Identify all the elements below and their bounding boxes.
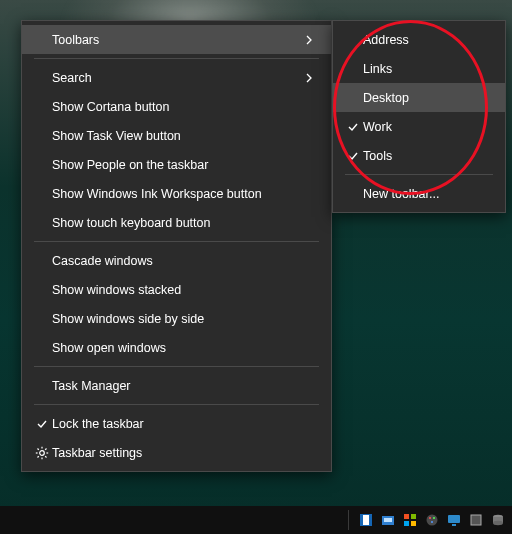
svg-rect-22 (452, 524, 456, 526)
submenu-item-tools[interactable]: Tools (333, 141, 505, 170)
taskbar-context-menu: Toolbars Search Show Cortana button Show… (21, 20, 332, 472)
submenu-item-links[interactable]: Links (333, 54, 505, 83)
svg-point-20 (431, 521, 433, 523)
svg-point-18 (429, 517, 431, 519)
menu-separator (34, 366, 319, 367)
svg-point-19 (433, 517, 435, 519)
menu-item-show-people[interactable]: Show People on the taskbar (22, 150, 331, 179)
svg-rect-15 (404, 521, 409, 526)
svg-rect-12 (384, 518, 392, 522)
menu-label: New toolbar... (363, 187, 493, 201)
menu-label: Show Windows Ink Workspace button (52, 187, 319, 201)
menu-separator (34, 404, 319, 405)
menu-label: Lock the taskbar (52, 417, 319, 431)
check-icon (32, 418, 52, 430)
menu-separator (34, 58, 319, 59)
svg-point-26 (493, 521, 503, 525)
check-icon (343, 150, 363, 162)
tray-icon-device[interactable] (468, 512, 484, 528)
menu-label: Show Task View button (52, 129, 319, 143)
chevron-right-icon (305, 73, 319, 83)
menu-label: Search (52, 71, 305, 85)
menu-item-side-by-side[interactable]: Show windows side by side (22, 304, 331, 333)
toolbars-submenu: Address Links Desktop Work Tools New too… (332, 20, 506, 213)
menu-item-lock-taskbar[interactable]: Lock the taskbar (22, 409, 331, 438)
menu-separator (34, 241, 319, 242)
menu-item-search[interactable]: Search (22, 63, 331, 92)
menu-label: Show windows stacked (52, 283, 319, 297)
submenu-item-new-toolbar[interactable]: New toolbar... (333, 179, 505, 208)
taskbar[interactable] (0, 506, 512, 534)
menu-item-show-ink[interactable]: Show Windows Ink Workspace button (22, 179, 331, 208)
menu-label: Address (363, 33, 493, 47)
svg-line-8 (38, 456, 39, 457)
menu-label: Links (363, 62, 493, 76)
menu-label: Taskbar settings (52, 446, 319, 460)
tray-icon-disk[interactable] (490, 512, 506, 528)
menu-label: Show Cortana button (52, 100, 319, 114)
tray-icon-monitor[interactable] (446, 512, 462, 528)
menu-label: Cascade windows (52, 254, 319, 268)
menu-separator (345, 174, 493, 175)
menu-item-task-manager[interactable]: Task Manager (22, 371, 331, 400)
check-icon (343, 121, 363, 133)
svg-rect-13 (404, 514, 409, 519)
svg-rect-16 (411, 521, 416, 526)
gear-icon (32, 446, 52, 460)
svg-line-5 (38, 448, 39, 449)
menu-label: Show People on the taskbar (52, 158, 319, 172)
menu-label: Show touch keyboard button (52, 216, 319, 230)
tray-icon-process[interactable] (380, 512, 396, 528)
submenu-item-desktop[interactable]: Desktop (333, 83, 505, 112)
menu-label: Task Manager (52, 379, 319, 393)
menu-item-show-cortana[interactable]: Show Cortana button (22, 92, 331, 121)
menu-label: Show windows side by side (52, 312, 319, 326)
taskbar-separator (348, 510, 349, 530)
menu-item-show-touch-keyboard[interactable]: Show touch keyboard button (22, 208, 331, 237)
menu-item-show-open-windows[interactable]: Show open windows (22, 333, 331, 362)
menu-label: Desktop (363, 91, 493, 105)
menu-label: Show open windows (52, 341, 319, 355)
tray-icon-generic[interactable] (358, 512, 374, 528)
submenu-item-work[interactable]: Work (333, 112, 505, 141)
svg-rect-21 (448, 515, 460, 523)
svg-line-7 (45, 448, 46, 449)
menu-item-cascade[interactable]: Cascade windows (22, 246, 331, 275)
svg-line-6 (45, 456, 46, 457)
menu-item-toolbars[interactable]: Toolbars (22, 25, 331, 54)
menu-label: Tools (363, 149, 493, 163)
menu-item-taskbar-settings[interactable]: Taskbar settings (22, 438, 331, 467)
svg-rect-14 (411, 514, 416, 519)
svg-rect-23 (471, 515, 481, 525)
svg-point-0 (40, 450, 45, 455)
chevron-right-icon (305, 35, 319, 45)
menu-item-show-taskview[interactable]: Show Task View button (22, 121, 331, 150)
svg-point-17 (427, 515, 438, 526)
submenu-item-address[interactable]: Address (333, 25, 505, 54)
tray-icon-palette[interactable] (424, 512, 440, 528)
menu-item-stacked[interactable]: Show windows stacked (22, 275, 331, 304)
menu-label: Work (363, 120, 493, 134)
menu-label: Toolbars (52, 33, 305, 47)
tray-icon-apps[interactable] (402, 512, 418, 528)
svg-rect-10 (363, 515, 369, 525)
